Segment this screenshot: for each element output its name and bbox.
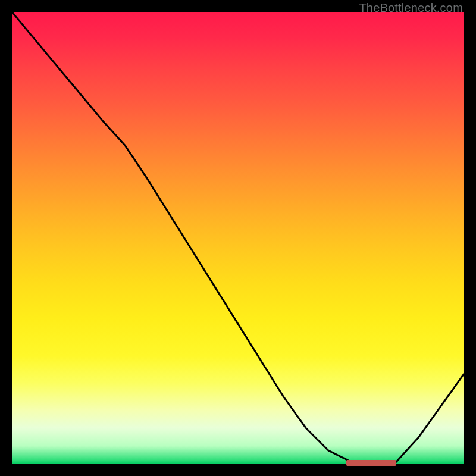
watermark-text: TheBottleneck.com xyxy=(359,1,463,15)
min-region-marker xyxy=(346,460,396,466)
curve-layer xyxy=(12,12,464,464)
bottleneck-curve xyxy=(12,12,464,464)
